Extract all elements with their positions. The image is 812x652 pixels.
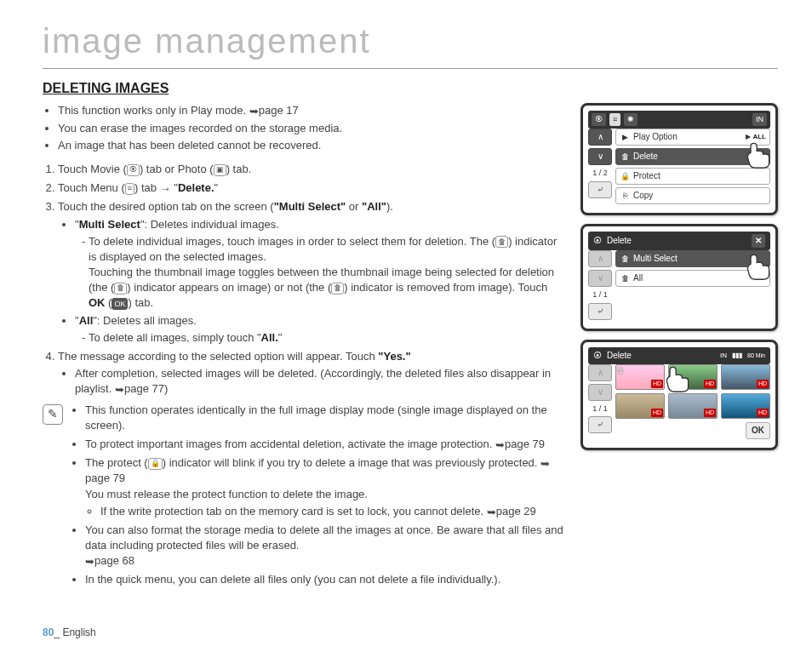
movie-tab-icon: ⦿ xyxy=(593,235,602,247)
return-button[interactable]: ⤶ xyxy=(588,303,612,320)
up-button[interactable]: ∧ xyxy=(588,364,612,381)
menu-item-protect[interactable]: 🔒Protect xyxy=(615,168,770,185)
arrow-icon: ➥ xyxy=(540,456,550,472)
close-button[interactable]: ✕ xyxy=(752,234,765,248)
up-button[interactable]: ∧ xyxy=(588,129,612,146)
thumbnail[interactable]: 🗑HD xyxy=(668,364,718,390)
arrow-icon: ➥ xyxy=(487,505,496,520)
note-item: To protect important images from acciden… xyxy=(85,437,567,452)
intro-bullet: This function works only in Play mode. ➥… xyxy=(58,103,567,118)
device-header: ⦿ ≡ ✺ IN xyxy=(588,111,770,129)
movie-tab-icon[interactable]: ⦿ xyxy=(592,113,606,126)
menu-tab-icon: ≡ xyxy=(125,183,134,195)
screen-title: Delete xyxy=(607,350,632,362)
text-column: This function works only in Play mode. ➥… xyxy=(43,103,567,591)
page-indicator: 1 / 1 xyxy=(588,289,612,300)
return-button[interactable]: ⤶ xyxy=(588,181,612,198)
step-3: Touch the desired option tab on the scre… xyxy=(58,199,567,346)
note-item: You can also format the storage media to… xyxy=(85,523,567,569)
page-footer: 80_ English xyxy=(43,626,96,640)
return-button[interactable]: ⤶ xyxy=(588,416,612,433)
trash-icon: 🗑 xyxy=(495,236,508,248)
steps-list: Touch Movie (⦿) tab or Photo (▣) tab. To… xyxy=(43,162,567,397)
movie-tab-icon: ⦿ xyxy=(593,350,602,362)
section-title: DELETING IMAGES xyxy=(43,79,778,98)
step-4-detail: After completion, selected images will b… xyxy=(75,366,567,397)
step-3-multiselect: "Multi Select": Deletes individual image… xyxy=(75,217,567,312)
note-item: The protect (🔒) indicator will blink if … xyxy=(85,455,567,519)
step-2: Touch Menu (≡) tab → "Delete." xyxy=(58,180,567,196)
notes-list: This function operates identically in th… xyxy=(70,403,567,592)
device-screen-delete-options: ⦿ Delete ✕ ∧ ∨ 1 / 1 ⤶ 🗑Multi Select 🗑Al… xyxy=(580,224,778,331)
intro-bullets: This function works only in Play mode. ➥… xyxy=(43,103,567,153)
storage-icon: IN xyxy=(752,113,767,126)
arrow-icon: ➥ xyxy=(115,382,124,397)
device-screen-menu: ⦿ ≡ ✺ IN ∧ ∨ 1 / 2 ⤶ ▶Play Option▶ ALL 🗑… xyxy=(580,103,778,215)
copy-icon: ⎘ xyxy=(620,191,630,202)
lock-icon: 🔒 xyxy=(620,171,630,182)
trash-icon: 🗑 xyxy=(620,254,630,265)
note-sub-item: If the write protection tab on the memor… xyxy=(100,504,567,519)
device-header: ⦿ Delete ✕ xyxy=(588,232,770,250)
trash-icon: 🗑 xyxy=(670,366,677,375)
device-header: ⦿ Delete IN ▮▮▮ 80 Min xyxy=(588,347,770,364)
step-4: The message according to the selected op… xyxy=(58,349,567,397)
thumbnail[interactable]: 🗑HD xyxy=(615,364,665,390)
screen-title: Delete xyxy=(607,235,632,247)
page-number: 80 xyxy=(43,626,54,638)
step-3-all: "All": Deletes all images. To delete all… xyxy=(75,313,567,346)
menu-item-play-option[interactable]: ▶Play Option▶ ALL xyxy=(615,129,770,146)
intro-bullet: An image that has been deleted cannot be… xyxy=(58,138,567,153)
storage-icon: IN xyxy=(720,351,727,360)
page-indicator: 1 / 1 xyxy=(588,403,612,415)
time-remaining: 80 Min xyxy=(747,352,765,360)
menu-item-delete[interactable]: 🗑Delete xyxy=(615,148,770,165)
thumbnail[interactable]: HD xyxy=(721,364,770,390)
intro-bullet: You can erase the images recorded on the… xyxy=(58,121,567,136)
trash-icon: 🗑 xyxy=(617,366,624,375)
step-1: Touch Movie (⦿) tab or Photo (▣) tab. xyxy=(58,162,567,177)
arrow-icon: ➥ xyxy=(249,104,259,119)
movie-tab-icon: ⦿ xyxy=(127,164,140,176)
settings-tab-icon[interactable]: ✺ xyxy=(624,113,638,126)
page-indicator: 1 / 2 xyxy=(588,168,612,179)
play-icon: ▶ xyxy=(620,132,630,143)
note-item: In the quick menu, you can delete all fi… xyxy=(85,572,567,587)
menu-item-multi-select[interactable]: 🗑Multi Select xyxy=(615,250,770,267)
trash-icon: 🗑 xyxy=(331,283,344,295)
thumbnail[interactable]: HD xyxy=(615,393,665,419)
note-icon: ✎ xyxy=(43,404,63,425)
down-button[interactable]: ∨ xyxy=(588,270,612,287)
device-screen-thumbnails: ⦿ Delete IN ▮▮▮ 80 Min ∧ ∨ 1 / 1 ⤶ xyxy=(580,340,778,450)
up-button[interactable]: ∧ xyxy=(588,250,612,267)
menu-tab-icon[interactable]: ≡ xyxy=(609,113,620,126)
trash-icon: 🗑 xyxy=(114,283,127,295)
chapter-title: image management xyxy=(43,17,778,69)
arrow-icon: → xyxy=(160,181,171,197)
ok-button[interactable]: OK xyxy=(746,422,770,439)
arrow-icon: ➥ xyxy=(495,438,505,453)
step-3-multiselect-detail: To delete individual images, touch image… xyxy=(89,234,567,312)
down-button[interactable]: ∨ xyxy=(588,148,612,165)
ok-tab-icon: OK xyxy=(112,298,128,310)
trash-icon: 🗑 xyxy=(620,152,630,163)
menu-item-all[interactable]: 🗑All xyxy=(615,270,770,287)
thumbnail[interactable]: HD xyxy=(721,393,770,419)
lock-icon: 🔒 xyxy=(148,458,163,470)
photo-tab-icon: ▣ xyxy=(214,164,226,176)
step-3-all-detail: To delete all images, simply touch "All.… xyxy=(89,330,567,346)
page-language: English xyxy=(62,626,95,638)
menu-item-copy[interactable]: ⎘Copy xyxy=(615,187,770,204)
note-item: This function operates identically in th… xyxy=(85,403,567,433)
battery-icon: ▮▮▮ xyxy=(732,351,742,360)
screenshots-column: ⦿ ≡ ✺ IN ∧ ∨ 1 / 2 ⤶ ▶Play Option▶ ALL 🗑… xyxy=(580,103,778,591)
arrow-icon: ➥ xyxy=(85,554,94,569)
down-button[interactable]: ∨ xyxy=(588,384,612,401)
trash-icon: 🗑 xyxy=(620,273,630,284)
thumbnail[interactable]: HD xyxy=(668,393,718,419)
